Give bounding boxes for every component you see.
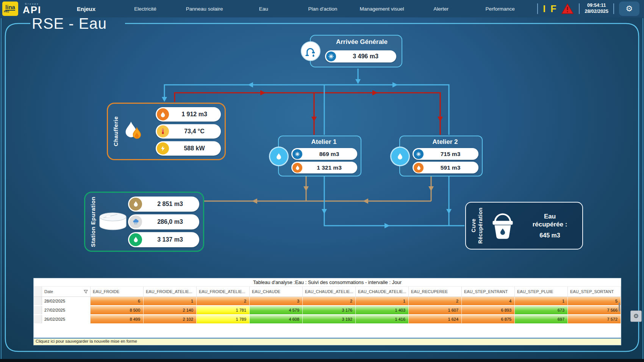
date-cell[interactable]: 28/02/2025 — [42, 297, 91, 305]
table-cell[interactable]: 2 — [409, 297, 462, 305]
treated-water-pill: 3 137 m3 — [128, 232, 199, 247]
nav-item-performance[interactable]: Performance — [470, 6, 530, 12]
column-header[interactable]: EAU_FROIDE_ATELIE... — [144, 287, 197, 296]
table-cell[interactable]: 1 781 — [197, 306, 250, 314]
column-header[interactable]: EAU_STEP_SORTANT — [568, 287, 621, 296]
treatment-basin-icon — [98, 210, 128, 234]
column-header-label: EAU_CHAUDE — [252, 289, 280, 294]
cold-water-pill: 715 m3 — [413, 148, 478, 160]
settings-widget[interactable]: ⚙ — [630, 311, 642, 322]
table-cell[interactable]: 1 — [515, 297, 568, 305]
value-temperature: 73,4 °C — [169, 128, 220, 135]
table-cell[interactable]: 6 893 — [462, 306, 515, 314]
right-edge-line — [642, 18, 643, 362]
nav-divider — [613, 3, 614, 14]
water-drop-icon — [129, 233, 142, 246]
table-cell[interactable]: 6 — [91, 297, 144, 305]
value-hot: 591 m3 — [424, 164, 477, 171]
column-header[interactable]: EAU_STEP_ENTRANT — [462, 287, 515, 296]
nav-item-management-visuel[interactable]: Management visuel — [352, 6, 411, 12]
row-indicator[interactable] — [34, 297, 42, 305]
column-header[interactable]: EAU_CHAUDE_ATELIE... — [356, 287, 409, 296]
lina-logo[interactable]: lina PRO — [2, 2, 18, 16]
date-cell[interactable]: 26/02/2025 — [42, 315, 91, 323]
hot-water-arrows — [260, 90, 443, 122]
table-cell[interactable]: 5 — [568, 297, 621, 305]
node-arrivee-generale[interactable]: Arrivée Générale 3 496 m3 — [310, 35, 402, 67]
table-cell[interactable]: 1 — [144, 297, 197, 305]
row-indicator-header — [34, 287, 42, 296]
table-cell[interactable]: 2 140 — [144, 306, 197, 314]
table-cell[interactable]: 2 — [197, 297, 250, 305]
date-cell[interactable]: 27/02/2025 — [42, 306, 91, 314]
nav-item-electricite[interactable]: Electricité — [116, 6, 175, 12]
gear-icon: ⚙ — [626, 5, 633, 13]
table-cell[interactable]: 3 176 — [303, 306, 356, 314]
table-cell[interactable]: 3 192 — [303, 315, 356, 323]
table-cell[interactable]: 1 624 — [409, 315, 462, 323]
value-hot: 1 321 m3 — [302, 164, 356, 171]
save-format-bar[interactable]: Cliquez ici pour sauvegarder la nouvelle… — [34, 338, 621, 345]
column-header[interactable]: EAU_CHAUDE_ATELIE... — [303, 287, 356, 296]
table-cell[interactable]: 2 102 — [144, 315, 197, 323]
table-cell[interactable]: 1 789 — [197, 315, 250, 323]
table-cell[interactable]: 2 — [303, 297, 356, 305]
column-header[interactable]: EAU_FROIDE — [91, 287, 144, 296]
table-cell[interactable]: 4 579 — [250, 306, 303, 314]
filter-icon[interactable] — [84, 290, 88, 294]
row-indicator[interactable] — [34, 315, 42, 323]
node-chaufferie[interactable]: Chaufferie 1 912 m3 — [107, 103, 226, 160]
column-header-label: EAU_RECUPEREE — [411, 289, 448, 294]
table-title: Tableau d'analyse :Eau : Suivi des conso… — [34, 278, 621, 287]
table-cell[interactable]: 1 403 — [356, 306, 409, 314]
alert-triangle-icon[interactable] — [561, 3, 574, 14]
table-cell[interactable]: 697 — [515, 315, 568, 323]
left-edge-line — [1, 18, 2, 362]
table-cell[interactable]: 7 566 — [568, 306, 621, 314]
column-header[interactable]: EAU_RECUPEREE — [409, 287, 462, 296]
lina-logo-pro: PRO — [4, 11, 9, 13]
api-logo[interactable]: Groupe API — [23, 3, 41, 15]
indicator-i[interactable]: I — [543, 4, 546, 14]
row-indicator[interactable] — [34, 306, 42, 314]
table-cell[interactable]: 673 — [515, 306, 568, 314]
node-atelier-2[interactable]: Atelier 2 715 m3 591 m3 — [399, 136, 483, 176]
table-cell[interactable]: 8 500 — [91, 306, 144, 314]
flame-icon — [157, 108, 169, 120]
value-cold: 869 m3 — [302, 151, 356, 158]
hot-water-pill: 591 m3 — [413, 162, 478, 173]
column-header[interactable]: Date — [42, 287, 91, 296]
power-pill: 588 kW — [156, 141, 221, 156]
column-header[interactable]: EAU_FROIDE_ATELIE... — [197, 287, 250, 296]
nav-item-eau[interactable]: Eau — [234, 6, 293, 12]
node-atelier-1[interactable]: Atelier 1 869 m3 1 321 m3 — [278, 136, 361, 176]
table-cell[interactable]: 7 572 — [568, 315, 621, 323]
rain-pill: 286,0 m3 — [128, 214, 199, 229]
table-cell[interactable]: 1 — [356, 297, 409, 305]
table-cell[interactable]: 1 607 — [409, 306, 462, 314]
analysis-table: Tableau d'analyse :Eau : Suivi des conso… — [33, 278, 621, 345]
table-cell[interactable]: 4 — [462, 297, 515, 305]
column-header[interactable]: EAU_CHAUDE — [250, 287, 303, 296]
column-header[interactable]: EAU_STEP_PLUIE — [515, 287, 568, 296]
node-label: Chaufferie — [113, 116, 119, 146]
table-cell[interactable]: 1 416 — [356, 315, 409, 323]
node-station-epuration[interactable]: Station Epuration 2 851 m3 — [84, 192, 204, 252]
nav-item-enjeux[interactable]: Enjeux — [56, 6, 116, 12]
table-scrollbar[interactable] — [619, 303, 620, 312]
indicator-f[interactable]: F — [550, 4, 556, 14]
nav-item-panneau-solaire[interactable]: Panneau solaire — [175, 6, 234, 12]
table-cell[interactable]: 8 499 — [91, 315, 144, 323]
nav-item-alerter[interactable]: Alerter — [411, 6, 470, 12]
table-cell[interactable]: 6 875 — [462, 315, 515, 323]
flame-icon — [414, 163, 424, 173]
nav-status-cluster: I F 09:54:11 28/02/2025 ⚙ — [537, 0, 644, 17]
table-cell[interactable]: 4 608 — [250, 315, 303, 323]
thermometer-icon — [157, 125, 169, 137]
snowflake-icon — [292, 149, 302, 159]
nav-item-plan-daction[interactable]: Plan d'action — [293, 6, 352, 12]
settings-button[interactable]: ⚙ — [619, 2, 639, 16]
snowflake-icon — [326, 51, 336, 61]
table-cell[interactable]: 3 — [250, 297, 303, 305]
node-cuve-recuperation[interactable]: Cuve Récupération Eau récupérée : 645 m3 — [465, 202, 583, 250]
